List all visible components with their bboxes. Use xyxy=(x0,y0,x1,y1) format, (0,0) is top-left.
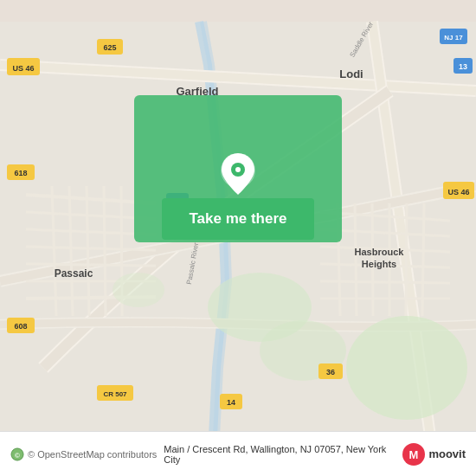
svg-text:Heights: Heights xyxy=(362,259,396,269)
svg-text:M: M xyxy=(409,448,419,461)
svg-text:Hasbrouck: Hasbrouck xyxy=(355,247,405,257)
svg-text:Passaic: Passaic xyxy=(55,267,93,280)
svg-line-15 xyxy=(104,186,106,316)
svg-line-27 xyxy=(406,203,407,316)
svg-text:625: 625 xyxy=(103,43,116,52)
take-me-there-button[interactable]: Take me there xyxy=(162,198,314,240)
svg-text:13: 13 xyxy=(459,62,467,71)
svg-text:Lodi: Lodi xyxy=(339,68,363,80)
location-pin xyxy=(217,151,259,200)
osm-credit: © OpenStreetMap contributors xyxy=(28,449,157,460)
attribution-area: © © OpenStreetMap contributors xyxy=(10,447,157,461)
svg-line-24 xyxy=(355,203,357,316)
svg-text:CR 507: CR 507 xyxy=(103,390,127,398)
moovit-icon: M xyxy=(402,442,426,466)
bottom-bar: © © OpenStreetMap contributors Main / Cr… xyxy=(0,431,476,476)
svg-point-31 xyxy=(346,316,467,420)
svg-line-28 xyxy=(422,203,424,316)
svg-text:618: 618 xyxy=(14,169,27,177)
map-container: US 46 618 625 NJ 17 US 46 13 608 CR 507 … xyxy=(0,0,476,476)
address-label: Main / Crescent Rd, Wallington, NJ 07057… xyxy=(157,444,402,465)
svg-text:608: 608 xyxy=(14,322,27,331)
svg-line-9 xyxy=(26,264,156,266)
svg-point-65 xyxy=(235,167,241,172)
svg-text:14: 14 xyxy=(227,398,235,407)
svg-text:US 46: US 46 xyxy=(12,64,34,73)
moovit-logo: M moovit xyxy=(402,442,466,466)
osm-logo: © xyxy=(10,447,24,461)
svg-text:©: © xyxy=(15,452,20,460)
svg-text:US 46: US 46 xyxy=(447,188,469,196)
svg-text:NJ 17: NJ 17 xyxy=(444,34,463,42)
moovit-brand: moovit xyxy=(428,447,466,460)
svg-text:36: 36 xyxy=(326,368,335,376)
svg-point-32 xyxy=(113,273,164,307)
